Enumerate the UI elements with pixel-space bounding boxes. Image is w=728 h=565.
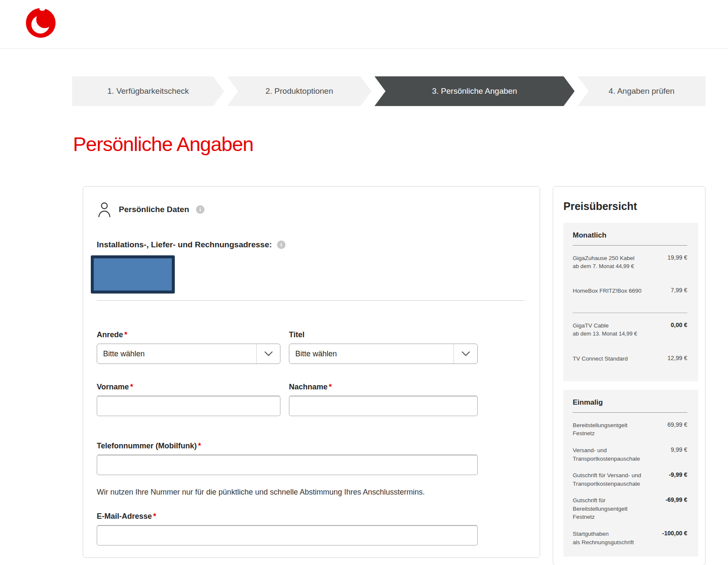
price-row-sub: ab dem 7. Monat 44,99 € bbox=[573, 263, 663, 270]
required-marker: * bbox=[329, 383, 332, 391]
price-row-name: HomeBox FRITZ!Box 6690 bbox=[573, 288, 641, 294]
price-row-sub: ab dem 13. Monat 14,99 € bbox=[573, 330, 666, 338]
price-row-name: Bereitstellungsentgelt Festnetz bbox=[573, 421, 667, 438]
vorname-label: Vorname* bbox=[97, 383, 280, 392]
divider bbox=[97, 300, 524, 301]
price-row-name: Versand- und Transportkostenpauschale bbox=[573, 446, 671, 463]
telefon-field[interactable] bbox=[97, 455, 478, 475]
chevron-down-icon bbox=[454, 344, 477, 364]
price-overview-card: Preisübersicht Monatlich GigaZuhause 250… bbox=[553, 186, 706, 565]
price-row: Bereitstellungsentgelt Festnetz 69,99 € bbox=[573, 421, 687, 438]
price-row-price: 12,99 € bbox=[667, 355, 687, 361]
anrede-select[interactable]: Bitte wählen bbox=[97, 344, 280, 364]
step-label: 1. Verfügbarkeitscheck bbox=[107, 87, 189, 96]
personal-data-card: Persönliche Daten i Installations-, Lief… bbox=[83, 186, 540, 558]
price-row: TV Connect Standard 12,99 € bbox=[573, 355, 687, 371]
step-angaben-pruefen[interactable]: 4. Angaben prüfen bbox=[577, 76, 706, 106]
price-row-price: 69,99 € bbox=[667, 421, 687, 428]
step-verfuegbarkeitscheck[interactable]: 1. Verfügbarkeitscheck bbox=[72, 76, 224, 106]
price-row-name: TV Connect Standard bbox=[573, 355, 628, 362]
telefon-help-text: Wir nutzen Ihre Nummer nur für die pünkt… bbox=[97, 488, 478, 497]
price-row: Startguthaben als Rechnungsgutschrift -1… bbox=[573, 530, 687, 546]
price-section-heading: Einmalig bbox=[573, 398, 687, 413]
step-persoenliche-angaben[interactable]: 3. Persönliche Angaben bbox=[375, 76, 575, 106]
price-row-price: 9,99 € bbox=[671, 446, 687, 453]
page-header bbox=[0, 0, 728, 49]
required-marker: * bbox=[198, 442, 201, 450]
email-label: E-Mail-Adresse* bbox=[97, 512, 478, 521]
redacted-address-box bbox=[91, 255, 175, 294]
price-row-name: GigaZuhause 250 Kabel bbox=[573, 255, 635, 261]
price-row-price: -9,99 € bbox=[669, 471, 687, 478]
required-marker: * bbox=[130, 383, 133, 391]
price-row: Gutschrift für Versand- und Transportkos… bbox=[573, 471, 687, 488]
price-section-heading: Monatlich bbox=[573, 231, 687, 246]
price-row-price: -100,00 € bbox=[662, 530, 687, 537]
info-icon[interactable]: i bbox=[277, 241, 286, 249]
vodafone-logo[interactable] bbox=[25, 7, 57, 39]
price-row-price: -69,99 € bbox=[666, 496, 687, 503]
step-label: 2. Produktoptionen bbox=[266, 87, 333, 96]
chevron-down-icon bbox=[256, 344, 280, 364]
telefon-label: Telefonnummer (Mobilfunk)* bbox=[97, 442, 478, 450]
person-icon bbox=[97, 201, 112, 218]
email-field[interactable] bbox=[97, 525, 478, 545]
divider bbox=[573, 313, 687, 313]
vodafone-logo-icon bbox=[25, 7, 57, 39]
price-row-name: Startguthaben als Rechnungsgutschrift bbox=[573, 530, 662, 546]
titel-select[interactable]: Bitte wählen bbox=[289, 344, 478, 364]
info-icon[interactable]: i bbox=[196, 205, 204, 214]
step-label: 4. Angaben prüfen bbox=[609, 87, 675, 96]
price-section-monthly: Monatlich GigaZuhause 250 Kabel ab dem 7… bbox=[563, 223, 698, 381]
page-title: Persönliche Angaben bbox=[73, 132, 728, 156]
price-row: GigaZuhause 250 Kabel ab dem 7. Monat 44… bbox=[573, 254, 687, 278]
anrede-selected-value: Bitte wählen bbox=[97, 344, 256, 364]
price-row: HomeBox FRITZ!Box 6690 7,99 € bbox=[573, 287, 687, 303]
titel-selected-value: Bitte wählen bbox=[289, 344, 454, 364]
step-label: 3. Persönliche Angaben bbox=[432, 87, 517, 96]
price-row-price: 7,99 € bbox=[671, 287, 687, 294]
price-row-price: 0,00 € bbox=[671, 322, 687, 328]
vorname-field[interactable] bbox=[97, 396, 280, 416]
titel-label: Titel bbox=[289, 330, 478, 339]
nachname-label: Nachname* bbox=[289, 383, 478, 392]
required-marker: * bbox=[124, 330, 127, 339]
price-row-name: Gutschrift für Versand- und Transportkos… bbox=[573, 471, 669, 488]
nachname-field[interactable] bbox=[289, 396, 478, 416]
step-produktoptionen[interactable]: 2. Produktoptionen bbox=[227, 76, 371, 106]
price-row: Gutschrift für Bereitstellungsentgelt Fe… bbox=[573, 496, 687, 521]
price-section-onetime: Einmalig Bereitstellungsentgelt Festnetz… bbox=[563, 390, 698, 557]
anrede-label: Anrede* bbox=[97, 330, 280, 339]
checkout-progress-bar: 1. Verfügbarkeitscheck 2. Produktoptione… bbox=[72, 76, 706, 106]
price-row-price: 19,99 € bbox=[667, 254, 687, 261]
price-row-name: GigaTV Cable bbox=[573, 322, 609, 329]
price-row-name: Gutschrift für Bereitstellungsentgelt Fe… bbox=[573, 496, 666, 521]
price-row: Versand- und Transportkostenpauschale 9,… bbox=[573, 446, 687, 463]
required-marker: * bbox=[153, 512, 156, 520]
section-title: Persönliche Daten bbox=[119, 205, 189, 214]
price-overview-title: Preisübersicht bbox=[563, 200, 698, 213]
address-label: Installations-, Liefer- und Rechnungsadr… bbox=[97, 240, 272, 249]
price-row: GigaTV Cable ab dem 13. Monat 14,99 € 0,… bbox=[573, 322, 687, 346]
